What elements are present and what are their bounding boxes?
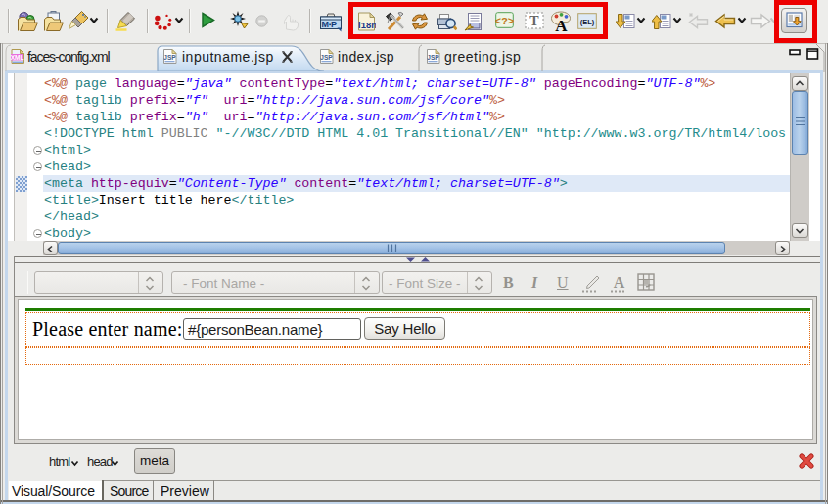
svg-text:P: P [331,20,337,29]
svg-text:JSP: JSP [320,54,333,61]
svg-text:M: M [322,20,330,29]
svg-text:JSP: JSP [163,54,176,61]
svg-text:JSP: JSP [427,54,439,61]
svg-text:XML: XML [11,54,23,61]
svg-text:A: A [614,274,625,291]
